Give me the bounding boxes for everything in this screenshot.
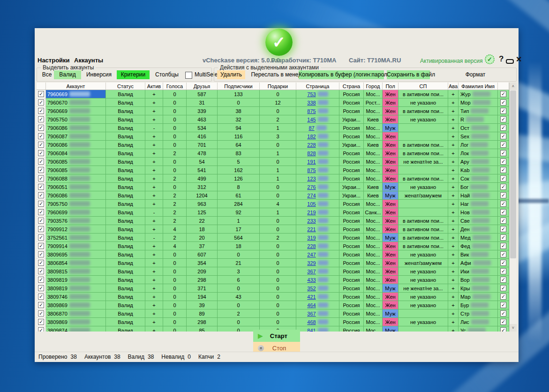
header-cell[interactable]: Голоса bbox=[163, 83, 187, 90]
header-cell[interactable]: Подписчики bbox=[218, 83, 260, 90]
table-row[interactable]: ✓3809869Валид+029800468РоссияМос...Женне… bbox=[37, 318, 509, 326]
header-cell[interactable]: Фамилия Имя bbox=[459, 83, 498, 90]
header-cell[interactable]: Подарки bbox=[260, 83, 296, 90]
header-cell[interactable]: СП bbox=[399, 83, 448, 90]
row-checkbox-right[interactable]: ✓ bbox=[500, 268, 506, 274]
menu-accounts[interactable]: Аккаунты bbox=[74, 57, 103, 64]
row-checkbox-right[interactable]: ✓ bbox=[500, 302, 506, 308]
cell-account[interactable]: 7905750 bbox=[46, 200, 106, 208]
table-row[interactable]: ✓3809869Валид+03900464РоссияМос...Женне … bbox=[37, 301, 509, 309]
table-row[interactable]: ✓7906051Валид+031280276Украи...КиевМужне… bbox=[37, 183, 509, 191]
row-checkbox[interactable]: ✓ bbox=[38, 91, 44, 97]
row-checkbox-right[interactable]: ✓ bbox=[500, 99, 506, 106]
table-row[interactable]: ✓7906084Валид+2478831828РоссияМос...Женв… bbox=[37, 149, 509, 158]
page-link[interactable]: 228 bbox=[307, 243, 316, 249]
row-checkbox-right[interactable]: ✓ bbox=[500, 285, 506, 291]
row-checkbox-right[interactable]: ✓ bbox=[500, 234, 506, 241]
page-link[interactable]: 841 bbox=[307, 328, 316, 332]
row-checkbox[interactable]: ✓ bbox=[38, 234, 44, 241]
table-row[interactable]: ✓7960670Валид+031012338РоссияРост...Женн… bbox=[37, 98, 509, 107]
minimize-icon[interactable] bbox=[506, 59, 514, 64]
cell-account[interactable]: 7906088 bbox=[46, 174, 106, 183]
row-checkbox[interactable]: ✓ bbox=[38, 218, 44, 224]
page-link[interactable]: 319 bbox=[307, 235, 316, 241]
header-cell[interactable]: Страница bbox=[296, 83, 339, 90]
page-link[interactable]: 828 bbox=[307, 151, 316, 156]
scroll-up-icon[interactable]: ˄ bbox=[510, 83, 517, 90]
table-row[interactable]: ✓3809746Валид+0194430421РоссияМос...Женн… bbox=[37, 293, 509, 301]
page-link[interactable]: 123 bbox=[307, 176, 316, 181]
row-checkbox[interactable]: ✓ bbox=[38, 243, 44, 249]
table-row[interactable]: ✓3809815Валид+020930367РоссияМос...Женне… bbox=[37, 267, 509, 276]
row-checkbox-right[interactable]: ✓ bbox=[500, 133, 506, 139]
row-checkbox[interactable]: ✓ bbox=[38, 251, 44, 257]
table-row[interactable]: ✓7909912Валид+418170221РоссияМос...Женв … bbox=[37, 225, 509, 234]
page-link[interactable]: 221 bbox=[307, 226, 316, 232]
cell-account[interactable]: 7960670 bbox=[46, 98, 106, 107]
header-cell[interactable]: Страна bbox=[339, 83, 364, 90]
cell-account[interactable]: 3809695 bbox=[46, 250, 106, 259]
table-row[interactable]: ✓3809819Валид+037100352РоссияМос...Мужне… bbox=[37, 284, 509, 293]
cell-account[interactable]: 7906051 bbox=[46, 183, 106, 191]
select-valid-button[interactable]: Валид bbox=[54, 70, 81, 79]
cell-account[interactable]: 7906085 bbox=[46, 166, 106, 174]
row-checkbox[interactable]: ✓ bbox=[38, 260, 44, 266]
page-link[interactable]: 433 bbox=[307, 277, 316, 283]
row-checkbox-right[interactable]: ✓ bbox=[500, 310, 506, 317]
cell-account[interactable]: 3809874 bbox=[46, 326, 106, 332]
page-link[interactable]: 875 bbox=[307, 108, 316, 114]
cell-account[interactable]: 7960699 bbox=[46, 208, 106, 217]
row-checkbox[interactable]: ✓ bbox=[38, 158, 44, 165]
page-link[interactable]: 105 bbox=[307, 201, 316, 207]
cell-account[interactable]: 7906086 bbox=[46, 141, 106, 149]
row-checkbox-right[interactable]: ✓ bbox=[500, 125, 506, 131]
row-checkbox[interactable]: ✓ bbox=[38, 226, 44, 232]
row-checkbox[interactable]: ✓ bbox=[38, 108, 44, 114]
row-checkbox[interactable]: ✓ bbox=[38, 294, 44, 300]
page-link[interactable]: 219 bbox=[307, 210, 316, 215]
row-checkbox-right[interactable]: ✓ bbox=[500, 209, 506, 215]
cell-account[interactable]: 3806854 bbox=[46, 259, 106, 267]
header-cell[interactable]: Статус bbox=[106, 83, 145, 90]
cell-account[interactable]: 7906085 bbox=[46, 158, 106, 166]
row-checkbox-right[interactable]: ✓ bbox=[500, 192, 506, 198]
page-link[interactable]: 875 bbox=[307, 167, 316, 173]
cell-account[interactable]: 7906087 bbox=[46, 132, 106, 141]
table-row[interactable]: ✓7906087Валид+04161163182РоссияМос...Жен… bbox=[37, 132, 509, 141]
page-link[interactable]: 87 bbox=[308, 125, 314, 131]
row-checkbox-right[interactable]: ✓ bbox=[500, 167, 506, 173]
cell-account[interactable]: 3752561 bbox=[46, 234, 106, 242]
cell-account[interactable]: 3809746 bbox=[46, 293, 106, 301]
page-link[interactable]: 352 bbox=[307, 286, 316, 291]
row-checkbox-right[interactable]: ✓ bbox=[500, 184, 506, 190]
row-checkbox-right[interactable]: ✓ bbox=[500, 116, 506, 122]
header-cell[interactable]: Город bbox=[364, 83, 383, 90]
table-row[interactable]: ✓7960699Валид-2125921219РоссияСанк...Жен… bbox=[37, 208, 509, 217]
page-link[interactable]: 421 bbox=[307, 294, 316, 300]
cell-account[interactable]: 7906086 bbox=[46, 191, 106, 200]
select-all-button[interactable]: Все bbox=[41, 70, 53, 79]
cell-account[interactable]: 7960669 bbox=[46, 107, 106, 115]
row-checkbox[interactable]: ✓ bbox=[38, 302, 44, 308]
cell-account[interactable]: 7906086 bbox=[46, 124, 106, 132]
row-checkbox[interactable]: ✓ bbox=[38, 133, 44, 139]
table-row[interactable]: ✓3806854Валид+0354210329РоссияМос...Женж… bbox=[37, 259, 509, 267]
header-cell[interactable]: Друзья bbox=[187, 83, 218, 90]
copy-to-clipboard-button[interactable]: Копировать в буфер (логин:пароль) bbox=[299, 70, 384, 79]
row-checkbox[interactable]: ✓ bbox=[38, 184, 44, 190]
row-checkbox[interactable]: ✓ bbox=[38, 277, 44, 283]
row-checkbox[interactable]: ✓ bbox=[38, 192, 44, 198]
cell-account[interactable]: 7960669 bbox=[46, 90, 106, 98]
table-row[interactable]: ✓7906086Валид+21204610274Украи...КиевМуж… bbox=[37, 191, 509, 200]
row-checkbox-right[interactable]: ✓ bbox=[500, 319, 506, 325]
criteria-button[interactable]: Критерии bbox=[117, 70, 150, 79]
page-link[interactable]: 329 bbox=[307, 260, 316, 266]
row-checkbox-right[interactable]: ✓ bbox=[500, 91, 506, 97]
row-checkbox-right[interactable]: ✓ bbox=[500, 218, 506, 224]
row-checkbox[interactable]: ✓ bbox=[38, 209, 44, 215]
page-link[interactable]: 338 bbox=[307, 100, 316, 106]
page-link[interactable]: 468 bbox=[307, 319, 316, 325]
scrollbar-thumb[interactable] bbox=[510, 90, 516, 258]
row-checkbox[interactable]: ✓ bbox=[38, 327, 44, 332]
cell-account[interactable]: 3809815 bbox=[46, 267, 106, 276]
